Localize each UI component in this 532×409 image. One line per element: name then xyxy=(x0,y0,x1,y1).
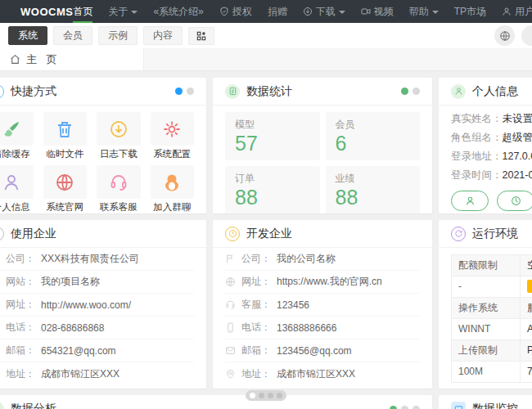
nav-item-system-intro[interactable]: «系统介绍» xyxy=(153,0,203,23)
analysis-card-icon xyxy=(0,402,4,409)
globe-icon xyxy=(225,276,236,287)
environment-card-icon xyxy=(451,227,466,241)
carousel-dot[interactable] xyxy=(259,393,264,398)
chevron-down-icon xyxy=(131,11,138,14)
company-use-card-icon xyxy=(0,227,4,241)
card-title: 数据分析 xyxy=(11,402,56,409)
tab-system[interactable]: 系统 xyxy=(8,26,47,45)
breadcrumb: 主 页 xyxy=(26,52,61,67)
profile-card-icon xyxy=(451,84,466,99)
profile-row: 真实姓名：未设置 xyxy=(451,110,532,128)
gear-icon xyxy=(162,119,182,139)
stat-models: 模型57 xyxy=(225,112,320,160)
environment-table: 配额限制空间大小 -0M 操作系统服务器 WINNTApache 上传限制PHP… xyxy=(451,254,532,383)
apps-menu-button[interactable] xyxy=(188,27,214,45)
person-icon xyxy=(2,173,21,192)
edge-round-button[interactable] xyxy=(521,25,532,46)
dashboard-content: 快捷方式 清除缓存 临时文件 日志下载 系统配置 个人信息 xyxy=(0,71,532,409)
carousel-dot[interactable] xyxy=(187,88,194,95)
carousel-dot[interactable] xyxy=(250,393,255,398)
card-title: 使用企业 xyxy=(11,227,56,241)
carousel-dot[interactable] xyxy=(413,406,420,409)
trash-icon xyxy=(55,119,74,139)
tab-example[interactable]: 示例 xyxy=(98,26,138,45)
carousel-pagination xyxy=(246,390,286,401)
license-shield-icon xyxy=(219,7,229,16)
carousel-dot[interactable] xyxy=(268,393,273,398)
carousel-dot[interactable] xyxy=(277,393,282,398)
shortcut-log-download[interactable]: 日志下载 xyxy=(97,112,141,165)
card-title: 数据统计 xyxy=(246,84,292,99)
shortcut-card-icon xyxy=(0,84,4,99)
download-circle-icon xyxy=(109,119,128,139)
globe-icon xyxy=(499,30,511,42)
info-row-phone: 电话：13688886666 xyxy=(225,317,420,339)
shortcut-clear-cache[interactable]: 清除缓存 xyxy=(0,112,34,165)
profile-row: 角色组名：超级管理员 xyxy=(451,128,532,147)
info-row-phone: 电话：028-68686868 xyxy=(0,317,194,339)
info-row-company: 公司：XXX科技有限责任公司 xyxy=(0,248,194,271)
chevron-down-icon xyxy=(432,11,439,14)
carousel-dot[interactable] xyxy=(401,88,408,95)
edit-profile-button[interactable] xyxy=(451,191,489,211)
tab-content[interactable]: 内容 xyxy=(143,26,183,45)
shortcut-temp-files[interactable]: 临时文件 xyxy=(43,112,88,165)
env-row: -0M xyxy=(452,276,532,298)
stat-members: 会员6 xyxy=(326,112,421,160)
nav-item-help[interactable]: 帮助 xyxy=(409,0,439,23)
shortcut-official-site[interactable]: 系统官网 xyxy=(43,165,88,213)
nav-item-donate[interactable]: 捐赠 xyxy=(268,0,287,23)
carousel-dot[interactable] xyxy=(390,406,397,409)
carousel-dot[interactable] xyxy=(413,88,420,95)
chevron-down-icon xyxy=(339,11,345,14)
card-title: 运行环境 xyxy=(472,227,518,241)
info-row-company: 公司：我的公司名称 xyxy=(225,248,420,271)
shortcut-profile[interactable]: 个人信息 xyxy=(0,165,34,213)
nav-item-license[interactable]: 授权 xyxy=(219,0,252,23)
stat-performance: 业绩88 xyxy=(326,166,421,213)
nav-item-about[interactable]: 关于 xyxy=(108,0,138,23)
carousel-dot[interactable] xyxy=(401,406,408,409)
brush-icon xyxy=(2,119,21,139)
nav-item-home[interactable]: 首页 xyxy=(73,0,92,23)
info-row-address: 地址：成都市锦江区XXX xyxy=(0,362,194,385)
nav-item-user[interactable]: 用户 xyxy=(502,0,532,23)
nav-item-download[interactable]: 下载 xyxy=(303,0,345,23)
stats-card-icon xyxy=(225,84,240,99)
clock-icon xyxy=(511,196,521,206)
info-row-support: 客服：123456 xyxy=(225,294,420,317)
person-icon xyxy=(465,196,476,206)
info-row-website: 网站：我的项目名称 xyxy=(0,271,194,294)
nav-item-video[interactable]: 视频 xyxy=(361,0,394,23)
phone-icon xyxy=(225,322,236,333)
flag-icon xyxy=(225,254,236,264)
shortcut-system-config[interactable]: 系统配置 xyxy=(151,112,195,165)
nav-item-tp-market[interactable]: TP市场 xyxy=(454,0,486,23)
card-quick-shortcuts: 快捷方式 清除缓存 临时文件 日志下载 系统配置 个人信息 xyxy=(0,78,206,213)
card-title: 个人信息 xyxy=(472,84,518,99)
card-data-monitor: 数据监控 xyxy=(439,395,532,409)
user-icon xyxy=(502,7,512,16)
video-icon xyxy=(361,7,371,16)
breadcrumb-home-tab[interactable]: 主 页 xyxy=(0,48,144,70)
info-row-address: 地址：成都市锦江区XXX xyxy=(225,362,420,385)
card-company-dev: 开发企业 公司：我的公司名称 网址：https://www.我的官网.cn 客服… xyxy=(213,220,432,389)
monitor-card-icon xyxy=(451,402,466,409)
env-row: 配额限制空间大小 xyxy=(452,255,532,276)
tab-member[interactable]: 会员 xyxy=(53,26,92,45)
info-row-url: 网址：http://www.woo.com/ xyxy=(0,294,194,317)
pin-icon xyxy=(225,369,236,380)
env-row: 操作系统服务器 xyxy=(452,298,532,319)
card-data-stats: 数据统计 模型57 会员6 订单88 业绩88 xyxy=(213,78,432,213)
quota-badge: 0M xyxy=(527,280,532,293)
carousel-dot[interactable] xyxy=(175,88,183,95)
stat-orders: 订单88 xyxy=(225,166,320,213)
shortcut-join-group[interactable]: 加入群聊 xyxy=(151,165,195,213)
language-globe-button[interactable] xyxy=(494,25,515,46)
card-environment: 运行环境 配额限制空间大小 -0M 操作系统服务器 WINNTApache 上传… xyxy=(439,220,532,389)
card-title: 数据监控 xyxy=(472,402,518,409)
home-icon xyxy=(10,54,20,65)
shortcut-contact-support[interactable]: 联系客服 xyxy=(97,165,141,213)
headset-icon xyxy=(109,173,128,192)
login-log-button[interactable] xyxy=(497,191,532,211)
